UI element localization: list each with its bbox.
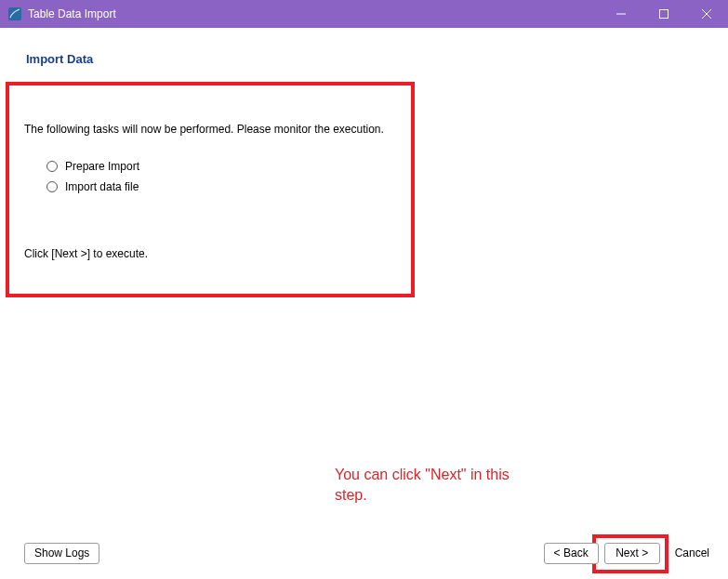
annotation-text: You can click "Next" in this step. [335,465,521,505]
task-list: Prepare Import Import data file [46,160,139,201]
status-circle-icon [46,181,58,192]
content-area: Import Data The following tasks will now… [0,28,728,579]
maximize-button[interactable] [642,0,685,28]
window-title: Table Data Import [28,7,116,20]
show-logs-button[interactable]: Show Logs [24,543,99,564]
task-label: Import data file [65,180,139,193]
close-button[interactable] [685,0,728,28]
import-panel: The following tasks will now be performe… [6,82,415,297]
instruction-top: The following tasks will now be performe… [24,123,384,136]
footer: Show Logs < Back Next > Cancel [0,534,728,579]
next-button[interactable]: Next > [604,543,660,564]
cancel-button[interactable]: Cancel [666,543,719,564]
titlebar: Table Data Import [0,0,728,28]
minimize-button[interactable] [600,0,642,28]
task-item: Import data file [46,180,139,193]
instruction-bottom: Click [Next >] to execute. [24,247,148,260]
back-button[interactable]: < Back [544,543,599,564]
app-icon [7,7,22,21]
task-label: Prepare Import [65,160,139,173]
svg-rect-2 [660,10,668,19]
status-circle-icon [46,161,58,172]
page-title: Import Data [26,52,93,66]
task-item: Prepare Import [46,160,139,173]
